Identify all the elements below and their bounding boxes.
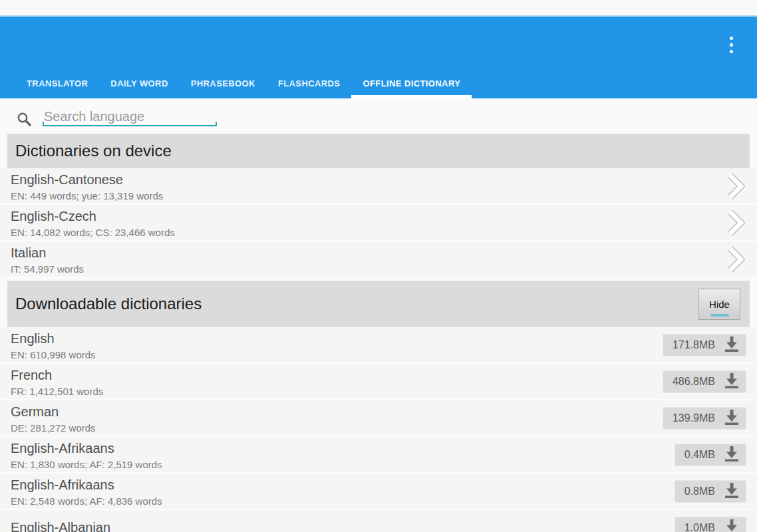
section-header-downloadable: Downloadable dictionaries Hide bbox=[7, 281, 750, 327]
download-size: 171.8MB bbox=[673, 339, 715, 351]
device-dict-row[interactable]: Italian IT: 54,997 words bbox=[0, 241, 757, 278]
dict-details: EN: 2,548 words; AF: 4,836 words bbox=[11, 495, 675, 507]
download-button[interactable]: 0.8MB bbox=[675, 480, 746, 503]
dict-name: English-Afrikaans bbox=[11, 477, 675, 493]
search-bar bbox=[0, 98, 757, 134]
section-title: Downloadable dictionaries bbox=[15, 295, 202, 313]
download-icon bbox=[724, 482, 740, 501]
dict-name: English-Afrikaans bbox=[11, 440, 675, 457]
dict-details: DE: 281,272 words bbox=[11, 422, 663, 434]
on-device-list: English-Cantonese EN: 449 words; yue: 13… bbox=[0, 168, 757, 278]
tab-offline-dictionary[interactable]: OFFLINE DICTIONARY bbox=[351, 66, 472, 98]
download-size: 1.0MB bbox=[684, 522, 715, 532]
section-title: Dictionaries on device bbox=[15, 142, 172, 160]
download-icon bbox=[724, 336, 740, 354]
downloadable-dict-row[interactable]: English-Afrikaans EN: 2,548 words; AF: 4… bbox=[0, 473, 757, 510]
dict-details: IT: 54,997 words bbox=[11, 263, 726, 275]
download-button[interactable]: 0.4MB bbox=[675, 444, 746, 466]
downloadable-dict-row[interactable]: English EN: 610,998 words 171.8MB bbox=[0, 327, 757, 364]
downloadable-dict-row[interactable]: English-Albanian 1.0MB bbox=[0, 510, 757, 532]
download-icon bbox=[724, 446, 740, 464]
hide-button[interactable]: Hide bbox=[698, 289, 740, 320]
chevron-right-icon bbox=[726, 173, 745, 200]
chevron-right-icon bbox=[726, 246, 745, 273]
dict-name: German bbox=[11, 404, 663, 420]
dict-details: EN: 14,082 words; CS: 23,466 words bbox=[11, 226, 726, 239]
tab-phrasebook[interactable]: PHRASEBOOK bbox=[180, 66, 267, 98]
download-size: 0.4MB bbox=[684, 449, 715, 461]
status-strip bbox=[0, 0, 757, 17]
chevron-right-icon bbox=[726, 209, 745, 236]
search-icon bbox=[16, 111, 32, 130]
dict-name: English-Cantonese bbox=[11, 172, 726, 188]
dict-details: EN: 610,998 words bbox=[11, 348, 663, 361]
download-size: 139.9MB bbox=[673, 412, 715, 424]
dict-details: EN: 1,830 words; AF: 2,519 words bbox=[11, 458, 675, 471]
overflow-menu-icon[interactable] bbox=[724, 34, 738, 55]
dict-details: FR: 1,412,501 words bbox=[11, 385, 663, 398]
app-screen: TRANSLATOR DAILY WORD PHRASEBOOK FLASHCA… bbox=[0, 0, 757, 532]
downloadable-dict-row[interactable]: English-Afrikaans EN: 1,830 words; AF: 2… bbox=[0, 437, 757, 473]
dict-name: English-Czech bbox=[11, 208, 726, 225]
downloadable-list: English EN: 610,998 words 171.8MB French… bbox=[0, 327, 757, 532]
dict-details: EN: 449 words; yue: 13,319 words bbox=[11, 190, 726, 202]
search-input[interactable] bbox=[43, 109, 217, 125]
device-dict-row[interactable]: English-Czech EN: 14,082 words; CS: 23,4… bbox=[0, 205, 757, 241]
app-bar: TRANSLATOR DAILY WORD PHRASEBOOK FLASHCA… bbox=[0, 17, 757, 98]
dict-name: Italian bbox=[11, 245, 726, 261]
download-button[interactable]: 1.0MB bbox=[675, 517, 746, 532]
download-button[interactable]: 171.8MB bbox=[663, 334, 746, 356]
downloadable-dict-row[interactable]: French FR: 1,412,501 words 486.8MB bbox=[0, 364, 757, 400]
download-icon bbox=[724, 372, 740, 391]
download-size: 486.8MB bbox=[673, 376, 715, 388]
download-button[interactable]: 486.8MB bbox=[663, 370, 746, 393]
tab-flashcards[interactable]: FLASHCARDS bbox=[267, 66, 352, 98]
dict-name: English-Albanian bbox=[11, 519, 675, 532]
device-dict-row[interactable]: English-Cantonese EN: 449 words; yue: 13… bbox=[0, 168, 757, 205]
download-icon bbox=[724, 409, 740, 428]
download-icon bbox=[724, 519, 740, 532]
dict-name: English bbox=[11, 331, 663, 347]
tab-translator[interactable]: TRANSLATOR bbox=[15, 66, 99, 98]
section-header-on-device: Dictionaries on device bbox=[7, 134, 750, 168]
download-size: 0.8MB bbox=[684, 485, 715, 497]
download-button[interactable]: 139.9MB bbox=[663, 407, 746, 430]
dict-name: French bbox=[11, 367, 663, 384]
downloadable-dict-row[interactable]: German DE: 281,272 words 139.9MB bbox=[0, 400, 757, 437]
tab-daily-word[interactable]: DAILY WORD bbox=[99, 66, 179, 98]
tab-bar: TRANSLATOR DAILY WORD PHRASEBOOK FLASHCA… bbox=[15, 66, 472, 98]
